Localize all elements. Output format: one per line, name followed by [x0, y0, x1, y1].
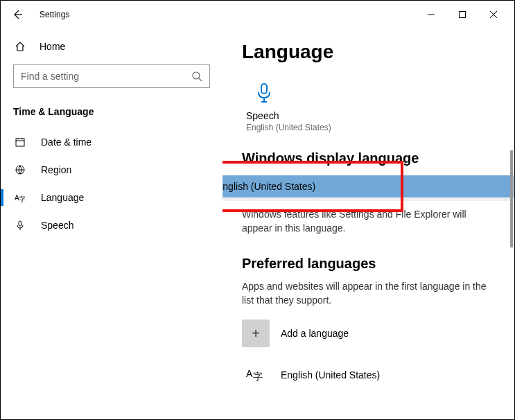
- svg-text:A: A: [246, 368, 253, 379]
- add-language-button[interactable]: + Add a language: [242, 320, 514, 347]
- speech-tile-subtitle: English (United States): [246, 123, 514, 132]
- svg-rect-0: [459, 12, 465, 18]
- display-language-header: Windows display language: [242, 150, 514, 166]
- sidebar-item-date-time[interactable]: Date & time: [1, 128, 222, 156]
- minimize-icon: [428, 11, 435, 18]
- svg-rect-6: [19, 221, 21, 226]
- sidebar-home-label: Home: [40, 41, 65, 52]
- preferred-languages-description: Apps and websites will appear in the fir…: [242, 280, 514, 307]
- svg-point-1: [193, 72, 200, 79]
- arrow-left-icon: [12, 9, 23, 20]
- titlebar: Settings: [1, 1, 514, 28]
- display-language-description: Windows features like Settings and File …: [242, 208, 514, 235]
- sidebar-item-label: Language: [41, 192, 84, 203]
- sidebar-item-region[interactable]: Region: [1, 156, 222, 184]
- page-title: Language: [242, 41, 514, 63]
- svg-rect-7: [261, 84, 267, 94]
- close-button[interactable]: [478, 4, 509, 25]
- svg-text:字: 字: [19, 195, 26, 203]
- microphone-icon: [15, 220, 26, 231]
- calendar-icon: [15, 137, 26, 148]
- display-language-dropdown[interactable]: English (United States): [222, 175, 514, 198]
- svg-text:字: 字: [253, 371, 263, 382]
- sidebar-category: Time & Language: [1, 100, 222, 128]
- language-icon: A字: [15, 192, 26, 203]
- preferred-languages-header: Preferred languages: [242, 256, 514, 272]
- content: Language Speech English (United States) …: [222, 28, 514, 419]
- maximize-icon: [459, 11, 466, 18]
- sidebar-home[interactable]: Home: [1, 34, 222, 59]
- window-controls: [415, 4, 509, 25]
- globe-icon: [15, 164, 26, 175]
- sidebar-item-speech[interactable]: Speech: [1, 211, 222, 239]
- svg-rect-2: [16, 139, 24, 146]
- dropdown-shadow: [222, 198, 514, 201]
- sidebar-item-label: Speech: [41, 220, 73, 231]
- speech-tile-title: Speech: [246, 110, 514, 121]
- speech-tile[interactable]: Speech English (United States): [242, 82, 514, 132]
- window-title: Settings: [40, 10, 69, 19]
- language-item[interactable]: A字 English (United States): [242, 361, 514, 389]
- language-item-label: English (United States): [281, 369, 380, 380]
- microphone-icon: [254, 82, 274, 105]
- search-icon: [191, 71, 202, 82]
- maximize-button[interactable]: [446, 4, 478, 25]
- sidebar-item-label: Region: [41, 164, 71, 175]
- language-icon: A字: [246, 367, 265, 383]
- sidebar: Home Time & Language Date & time Region …: [1, 28, 222, 419]
- minimize-button[interactable]: [415, 4, 446, 25]
- sidebar-item-label: Date & time: [41, 137, 91, 148]
- search-box[interactable]: [13, 64, 210, 88]
- sidebar-item-language[interactable]: A字 Language: [1, 184, 222, 211]
- add-language-label: Add a language: [281, 328, 349, 339]
- home-icon: [15, 41, 26, 52]
- back-button[interactable]: [6, 3, 28, 26]
- plus-icon: +: [242, 320, 270, 347]
- scrollbar[interactable]: [510, 150, 513, 247]
- close-icon: [490, 11, 497, 18]
- search-input[interactable]: [21, 71, 191, 82]
